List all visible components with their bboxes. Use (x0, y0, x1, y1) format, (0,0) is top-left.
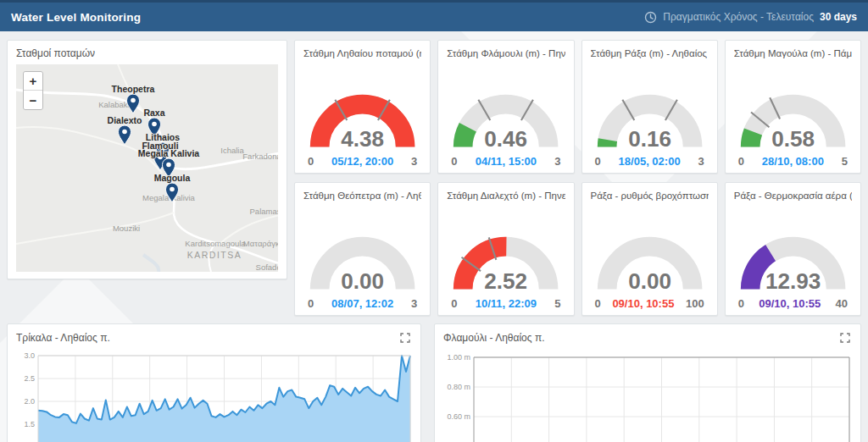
chart-title: Φλαμούλι - Ληθαίος π. (443, 332, 545, 344)
gauge-arc: 0.46 (447, 82, 565, 154)
gauge-min: 0 (595, 297, 601, 310)
gauge-timestamp: 10/11, 22:09 (476, 297, 537, 310)
gauge-max: 5 (554, 297, 560, 310)
gauge-max: 3 (554, 155, 560, 168)
gauge-max: 100 (686, 297, 704, 310)
svg-text:0.00: 0.00 (628, 268, 671, 293)
gauge-arc: 0.16 (591, 82, 709, 154)
svg-text:0.60 m: 0.60 m (447, 412, 470, 421)
station-marker-icon[interactable] (116, 124, 133, 146)
station-label: Raxa (143, 108, 164, 118)
map-zoom-out-button[interactable]: − (24, 91, 42, 109)
gauge-title: Στάθμη Θεόπετρα (m) - Ληθαίος π. (303, 191, 421, 201)
gauge-timestamp: 08/07, 12:02 (331, 297, 393, 310)
gauge-max: 3 (698, 155, 704, 168)
map-place-label: Karditsomagoula (185, 239, 245, 248)
gauge-timestamp: 28/10, 08:00 (762, 155, 824, 168)
gauge-min: 0 (451, 155, 457, 168)
fullscreen-icon (400, 333, 410, 343)
timeseries-panel-trikala: Τρίκαλα - Ληθαίος π. 3.02.52.01.51.0 (7, 323, 421, 442)
time-range-value: 30 days (820, 11, 857, 23)
map-place-label: Ichalia (220, 146, 243, 155)
gauge-panel-lithaios-trikala: Στάθμη Ληθαίου ποταμού (m) - Τρίκαλα 4.3… (294, 40, 431, 174)
svg-text:0.80 m: 0.80 m (447, 383, 470, 391)
time-range-indicator[interactable]: Πραγματικός Χρόνος - Τελευταίος 30 days (644, 11, 857, 24)
gauge-title: Στάθμη Διαλεχτό (m) - Πηνειός π. (447, 191, 565, 201)
gauge-panel-magoula: Στάθμη Μαγούλα (m) - Πάμισος π. 0.58 0 2… (725, 40, 861, 174)
station-label: Dialexto (108, 115, 142, 125)
gauge-min: 0 (308, 155, 314, 168)
svg-text:0.58: 0.58 (771, 125, 815, 151)
station-label: Theopetra (112, 84, 155, 94)
gauge-max: 3 (411, 155, 417, 168)
map-place-label: Sofades (256, 262, 278, 272)
gauge-max: 5 (842, 155, 848, 168)
area-chart-trikala[interactable]: 3.02.52.01.51.0 (16, 349, 412, 442)
chart-title: Τρίκαλα - Ληθαίος π. (16, 332, 110, 344)
fullscreen-icon (840, 333, 850, 343)
gauge-panel-raxa-rain: Ράξα - ρυθμός βροχόπτωσης (mm/hr) 0.00 0… (581, 182, 718, 316)
app-title: Water Level Monitoring (11, 11, 141, 24)
gauge-min: 0 (738, 297, 744, 310)
gauge-title: Στάθμη Ράξα (m) - Ληθαίος π. (591, 48, 709, 58)
timeseries-panel-flamouli: Φλαμούλι - Ληθαίος π. 1.00 m0.80 m0.60 m… (434, 323, 861, 442)
map-place-label: KARDITSA (187, 250, 242, 260)
gauge-min: 0 (738, 155, 744, 168)
svg-text:1.00 m: 1.00 m (447, 353, 470, 362)
gauge-title: Στάθμη Φλάμουλι (m) - Πηνειός π. (447, 48, 565, 58)
svg-text:4.38: 4.38 (341, 125, 384, 151)
station-marker-icon[interactable] (164, 181, 181, 203)
gauge-panel-theopetra: Στάθμη Θεόπετρα (m) - Ληθαίος π. 0.00 0 … (294, 182, 431, 316)
gauge-arc: 0.00 (591, 224, 709, 296)
gauge-arc: 2.52 (447, 224, 565, 296)
gauge-arc: 4.38 (303, 82, 421, 154)
svg-text:1.5: 1.5 (24, 420, 35, 428)
gauge-timestamp: 04/11, 15:00 (476, 155, 537, 168)
map-zoom-control: + − (23, 71, 43, 110)
gauge-title: Ράξα - ρυθμός βροχόπτωσης (mm/hr) (591, 191, 709, 201)
station-label: Magoula (154, 173, 191, 183)
svg-text:0.46: 0.46 (484, 125, 527, 151)
station-marker-icon[interactable] (125, 92, 142, 114)
area-chart-flamouli[interactable]: 1.00 m0.80 m0.60 m0.40 m (443, 349, 852, 442)
gauge-panel-flamouli: Στάθμη Φλάμουλι (m) - Πηνειός π. 0.46 0 … (437, 40, 574, 174)
gauge-arc: 0.58 (734, 82, 852, 154)
map-panel-title: Σταθμοί ποταμών (16, 47, 278, 59)
stations-map[interactable]: + − KalabakaIchaliaFarkadonaMegala Kaliv… (16, 64, 278, 272)
svg-text:12.93: 12.93 (765, 268, 821, 293)
svg-text:3.0: 3.0 (24, 351, 35, 360)
gauge-panel-raxa-level: Στάθμη Ράξα (m) - Ληθαίος π. 0.16 0 18/0… (581, 40, 718, 174)
gauge-min: 0 (451, 297, 457, 310)
svg-text:0.00: 0.00 (341, 268, 384, 293)
gauge-grid: Στάθμη Ληθαίου ποταμού (m) - Τρίκαλα 4.3… (294, 40, 861, 316)
gauge-arc: 12.93 (734, 224, 852, 296)
gauge-title: Στάθμη Ληθαίου ποταμού (m) - Τρίκαλα (303, 48, 421, 58)
gauge-max: 3 (411, 297, 417, 310)
gauge-panel-dialexto: Στάθμη Διαλεχτό (m) - Πηνειός π. 2.52 0 … (437, 182, 574, 316)
gauge-timestamp: 05/12, 20:00 (331, 155, 393, 168)
expand-chart-button[interactable] (398, 331, 412, 345)
svg-text:2.5: 2.5 (24, 374, 35, 383)
map-place-label: Farkadona (242, 152, 278, 161)
top-navbar: Water Level Monitoring Πραγματικός Χρόνο… (0, 0, 868, 31)
svg-text:2.52: 2.52 (484, 268, 527, 293)
station-label: Megala Kalivia (138, 148, 199, 158)
map-place-label: Palamas (250, 207, 278, 216)
gauge-title: Ράξα - Θερμοκρασία αέρα (oC) (734, 191, 852, 201)
gauge-title: Στάθμη Μαγούλα (m) - Πάμισος π. (734, 48, 852, 58)
svg-text:0.16: 0.16 (628, 125, 671, 151)
expand-chart-button[interactable] (838, 331, 852, 345)
gauge-min: 0 (308, 297, 314, 310)
map-place-label: Ματαράγκα (243, 239, 278, 248)
gauge-timestamp: 09/10, 10:55 (612, 297, 674, 310)
gauge-min: 0 (595, 155, 601, 168)
time-range-label: Πραγματικός Χρόνος - Τελευταίος (663, 11, 814, 23)
gauge-timestamp: 09/10, 10:55 (759, 297, 821, 310)
map-zoom-in-button[interactable]: + (24, 72, 42, 91)
svg-text:2.0: 2.0 (24, 397, 35, 406)
gauge-timestamp: 18/05, 02:00 (619, 155, 681, 168)
clock-icon (644, 11, 657, 24)
map-place-label: Mouziki (113, 224, 140, 233)
stations-map-panel: Σταθμοί ποταμών + − (7, 40, 287, 279)
gauge-max: 40 (836, 297, 848, 310)
